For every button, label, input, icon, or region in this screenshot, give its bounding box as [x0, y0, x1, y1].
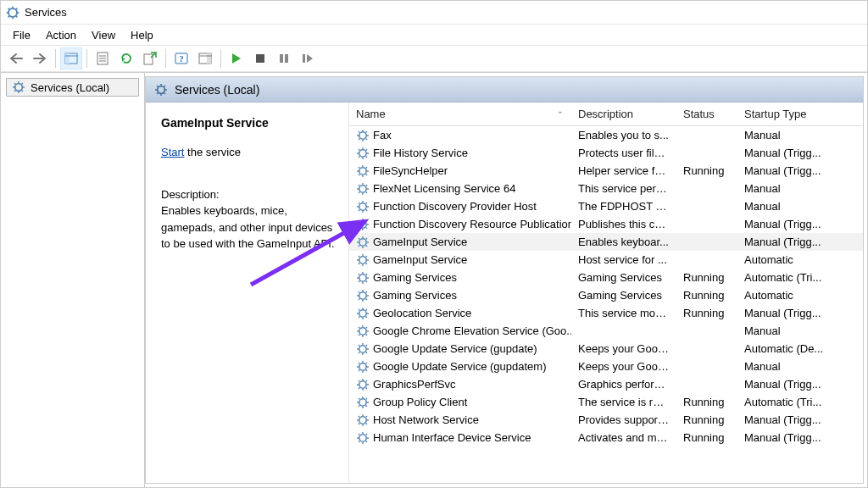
service-row[interactable]: Google Update Service (gupdatem)Keeps yo…	[349, 358, 863, 375]
svg-line-76	[359, 185, 359, 186]
col-header-status[interactable]: Status	[676, 108, 737, 120]
svg-line-196	[359, 423, 359, 424]
service-row[interactable]: GameInput ServiceEnables keyboar...Manua…	[349, 233, 863, 251]
svg-line-115	[359, 263, 359, 263]
svg-rect-10	[65, 53, 70, 64]
service-row[interactable]: Function Discovery Provider HostThe FDPH…	[349, 197, 863, 215]
service-row[interactable]: Group Policy ClientThe service is res...…	[349, 393, 863, 411]
gear-icon	[356, 413, 370, 427]
svg-line-113	[366, 263, 367, 263]
service-description: Protects user files...	[571, 147, 676, 159]
service-startup: Manual (Trigg...	[737, 431, 863, 444]
svg-point-134	[359, 309, 366, 316]
svg-line-194	[366, 423, 367, 424]
svg-line-69	[366, 167, 367, 168]
service-description: Provides support...	[571, 413, 676, 426]
service-row[interactable]: Function Discovery Resource PublicationP…	[349, 215, 863, 233]
services-app-icon	[6, 6, 19, 19]
menu-action[interactable]: Action	[39, 27, 83, 43]
svg-point-107	[359, 256, 366, 263]
service-status: Running	[676, 289, 737, 302]
service-name: GraphicsPerfSvc	[373, 378, 456, 391]
col-header-name[interactable]: Name⌃	[349, 108, 571, 120]
svg-line-106	[359, 245, 359, 246]
menu-file[interactable]: File	[6, 27, 37, 43]
forward-button[interactable]	[29, 47, 51, 69]
svg-line-8	[8, 15, 10, 17]
stop-service-button[interactable]	[249, 47, 271, 69]
start-service-button[interactable]	[225, 47, 248, 69]
svg-line-58	[359, 149, 359, 150]
service-startup: Manual	[737, 129, 863, 141]
service-row[interactable]: Host Network ServiceProvides support...R…	[349, 411, 863, 429]
service-row[interactable]: Google Chrome Elevation Service (Goo...M…	[349, 322, 863, 340]
service-description: Host service for ...	[571, 253, 676, 266]
service-row[interactable]: FaxEnables you to s...Manual	[349, 126, 863, 144]
show-hide-tree-button[interactable]	[60, 47, 82, 69]
svg-line-77	[366, 191, 367, 192]
svg-line-31	[14, 83, 16, 85]
svg-point-26	[15, 84, 23, 92]
svg-point-161	[359, 363, 366, 369]
description-label: Description:	[161, 186, 338, 203]
gear-icon	[356, 360, 370, 374]
service-name: Host Network Service	[373, 413, 479, 426]
start-service-link[interactable]: Start	[161, 146, 184, 158]
svg-line-52	[359, 138, 359, 139]
service-startup: Manual (Trigg...	[737, 413, 863, 426]
svg-point-62	[359, 167, 366, 174]
service-startup: Manual	[737, 200, 863, 213]
svg-line-151	[359, 334, 359, 335]
svg-line-157	[359, 345, 359, 346]
pause-service-button[interactable]	[273, 47, 295, 69]
service-startup: Manual	[737, 360, 863, 373]
back-button[interactable]	[5, 47, 27, 69]
service-row[interactable]: Human Interface Device ServiceActivates …	[349, 429, 863, 446]
gear-icon	[154, 83, 168, 97]
menubar: File Action View Help	[1, 25, 867, 45]
service-status: Running	[676, 164, 737, 177]
svg-line-85	[359, 202, 359, 203]
service-row[interactable]: GameInput ServiceHost service for ...Aut…	[349, 251, 863, 269]
service-startup: Automatic	[737, 289, 863, 302]
refresh-button[interactable]	[115, 47, 137, 69]
sort-caret-icon: ⌃	[557, 110, 564, 119]
service-name: Google Update Service (gupdate)	[373, 342, 537, 355]
tree-item-services-local[interactable]: Services (Local)	[6, 78, 139, 97]
col-header-description[interactable]: Description	[571, 108, 676, 120]
service-row[interactable]: Google Update Service (gupdate)Keeps you…	[349, 340, 863, 358]
svg-line-131	[366, 298, 367, 299]
show-hide-action-pane-button[interactable]	[194, 47, 216, 69]
gear-icon	[356, 307, 370, 320]
service-description: Gaming Services	[571, 289, 676, 302]
col-header-startup[interactable]: Startup Type	[737, 108, 863, 120]
toolbar-separator	[86, 49, 87, 68]
svg-point-53	[359, 149, 366, 156]
service-name: Group Policy Client	[373, 396, 467, 408]
service-startup: Manual (Trigg...	[737, 218, 863, 230]
export-list-button[interactable]	[139, 47, 161, 69]
svg-line-105	[366, 238, 367, 239]
service-row[interactable]: FlexNet Licensing Service 64This service…	[349, 180, 863, 197]
toolbar-separator	[220, 49, 221, 68]
service-row[interactable]: Gaming ServicesGaming ServicesRunningAut…	[349, 286, 863, 304]
help-button[interactable]: ?	[170, 47, 192, 69]
svg-line-177	[366, 380, 367, 381]
menu-help[interactable]: Help	[124, 27, 160, 43]
restart-service-button[interactable]	[297, 47, 319, 69]
gear-icon	[356, 271, 370, 285]
service-row[interactable]: Gaming ServicesGaming ServicesRunningAut…	[349, 269, 863, 286]
svg-line-186	[366, 398, 367, 399]
right-pane-body: GameInput Service Start the service Desc…	[146, 103, 863, 483]
svg-point-0	[8, 8, 17, 17]
service-row[interactable]: Geolocation ServiceThis service moni...R…	[349, 304, 863, 322]
menu-view[interactable]: View	[85, 27, 122, 43]
properties-button[interactable]	[92, 47, 114, 69]
service-name: Gaming Services	[373, 271, 457, 284]
service-name: Gaming Services	[373, 289, 457, 302]
service-row[interactable]: GraphicsPerfSvcGraphics perform...Manual…	[349, 375, 863, 393]
svg-line-33	[22, 83, 24, 85]
service-row[interactable]: FileSyncHelperHelper service for...Runni…	[349, 162, 863, 180]
svg-rect-16	[144, 54, 153, 64]
service-row[interactable]: File History ServiceProtects user files.…	[349, 144, 863, 162]
